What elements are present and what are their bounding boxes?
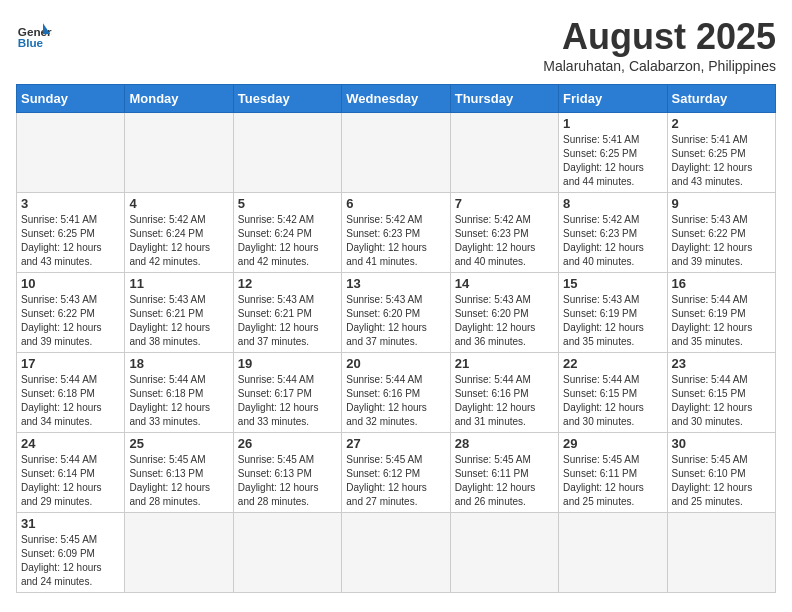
calendar-cell: 31Sunrise: 5:45 AM Sunset: 6:09 PM Dayli… [17,513,125,593]
calendar-cell: 5Sunrise: 5:42 AM Sunset: 6:24 PM Daylig… [233,193,341,273]
weekday-header-saturday: Saturday [667,85,775,113]
day-number: 17 [21,356,120,371]
day-number: 23 [672,356,771,371]
day-number: 20 [346,356,445,371]
day-number: 26 [238,436,337,451]
day-info: Sunrise: 5:42 AM Sunset: 6:23 PM Dayligh… [563,213,662,269]
title-area: August 2025 Malaruhatan, Calabarzon, Phi… [543,16,776,74]
calendar-cell: 7Sunrise: 5:42 AM Sunset: 6:23 PM Daylig… [450,193,558,273]
day-info: Sunrise: 5:44 AM Sunset: 6:15 PM Dayligh… [672,373,771,429]
day-number: 31 [21,516,120,531]
calendar-cell: 3Sunrise: 5:41 AM Sunset: 6:25 PM Daylig… [17,193,125,273]
day-info: Sunrise: 5:44 AM Sunset: 6:17 PM Dayligh… [238,373,337,429]
weekday-header-sunday: Sunday [17,85,125,113]
calendar-cell: 28Sunrise: 5:45 AM Sunset: 6:11 PM Dayli… [450,433,558,513]
day-number: 30 [672,436,771,451]
calendar-cell: 27Sunrise: 5:45 AM Sunset: 6:12 PM Dayli… [342,433,450,513]
calendar-cell: 26Sunrise: 5:45 AM Sunset: 6:13 PM Dayli… [233,433,341,513]
calendar-cell [17,113,125,193]
calendar-cell: 18Sunrise: 5:44 AM Sunset: 6:18 PM Dayli… [125,353,233,433]
svg-text:Blue: Blue [18,36,44,49]
calendar-cell: 11Sunrise: 5:43 AM Sunset: 6:21 PM Dayli… [125,273,233,353]
calendar-header-row: SundayMondayTuesdayWednesdayThursdayFrid… [17,85,776,113]
header: General Blue August 2025 Malaruhatan, Ca… [16,16,776,74]
calendar-week-row: 17Sunrise: 5:44 AM Sunset: 6:18 PM Dayli… [17,353,776,433]
day-info: Sunrise: 5:44 AM Sunset: 6:18 PM Dayligh… [129,373,228,429]
calendar-cell: 14Sunrise: 5:43 AM Sunset: 6:20 PM Dayli… [450,273,558,353]
day-number: 24 [21,436,120,451]
day-number: 3 [21,196,120,211]
day-info: Sunrise: 5:43 AM Sunset: 6:21 PM Dayligh… [129,293,228,349]
day-number: 19 [238,356,337,371]
day-number: 18 [129,356,228,371]
day-info: Sunrise: 5:45 AM Sunset: 6:12 PM Dayligh… [346,453,445,509]
day-number: 1 [563,116,662,131]
day-number: 7 [455,196,554,211]
day-info: Sunrise: 5:43 AM Sunset: 6:20 PM Dayligh… [455,293,554,349]
calendar-cell: 10Sunrise: 5:43 AM Sunset: 6:22 PM Dayli… [17,273,125,353]
day-number: 27 [346,436,445,451]
day-info: Sunrise: 5:45 AM Sunset: 6:13 PM Dayligh… [129,453,228,509]
day-number: 9 [672,196,771,211]
calendar-cell: 25Sunrise: 5:45 AM Sunset: 6:13 PM Dayli… [125,433,233,513]
day-number: 14 [455,276,554,291]
calendar-cell: 29Sunrise: 5:45 AM Sunset: 6:11 PM Dayli… [559,433,667,513]
day-number: 5 [238,196,337,211]
calendar-cell: 2Sunrise: 5:41 AM Sunset: 6:25 PM Daylig… [667,113,775,193]
calendar-cell: 8Sunrise: 5:42 AM Sunset: 6:23 PM Daylig… [559,193,667,273]
calendar-cell [667,513,775,593]
day-number: 2 [672,116,771,131]
calendar-week-row: 10Sunrise: 5:43 AM Sunset: 6:22 PM Dayli… [17,273,776,353]
calendar-week-row: 1Sunrise: 5:41 AM Sunset: 6:25 PM Daylig… [17,113,776,193]
calendar-title: August 2025 [543,16,776,58]
day-info: Sunrise: 5:45 AM Sunset: 6:10 PM Dayligh… [672,453,771,509]
calendar-cell: 15Sunrise: 5:43 AM Sunset: 6:19 PM Dayli… [559,273,667,353]
calendar-cell: 20Sunrise: 5:44 AM Sunset: 6:16 PM Dayli… [342,353,450,433]
calendar-cell [450,113,558,193]
day-info: Sunrise: 5:42 AM Sunset: 6:23 PM Dayligh… [346,213,445,269]
calendar-cell: 22Sunrise: 5:44 AM Sunset: 6:15 PM Dayli… [559,353,667,433]
day-number: 4 [129,196,228,211]
day-number: 12 [238,276,337,291]
day-info: Sunrise: 5:41 AM Sunset: 6:25 PM Dayligh… [563,133,662,189]
day-info: Sunrise: 5:43 AM Sunset: 6:21 PM Dayligh… [238,293,337,349]
day-info: Sunrise: 5:43 AM Sunset: 6:22 PM Dayligh… [21,293,120,349]
calendar-cell [559,513,667,593]
logo: General Blue [16,16,52,52]
day-number: 6 [346,196,445,211]
day-info: Sunrise: 5:42 AM Sunset: 6:24 PM Dayligh… [238,213,337,269]
day-number: 13 [346,276,445,291]
day-number: 29 [563,436,662,451]
day-info: Sunrise: 5:44 AM Sunset: 6:16 PM Dayligh… [455,373,554,429]
calendar-week-row: 24Sunrise: 5:44 AM Sunset: 6:14 PM Dayli… [17,433,776,513]
day-info: Sunrise: 5:44 AM Sunset: 6:16 PM Dayligh… [346,373,445,429]
weekday-header-tuesday: Tuesday [233,85,341,113]
day-number: 10 [21,276,120,291]
day-info: Sunrise: 5:42 AM Sunset: 6:24 PM Dayligh… [129,213,228,269]
day-number: 11 [129,276,228,291]
logo-icon: General Blue [16,16,52,52]
calendar-cell: 23Sunrise: 5:44 AM Sunset: 6:15 PM Dayli… [667,353,775,433]
day-info: Sunrise: 5:44 AM Sunset: 6:14 PM Dayligh… [21,453,120,509]
calendar-cell [125,113,233,193]
calendar-cell: 19Sunrise: 5:44 AM Sunset: 6:17 PM Dayli… [233,353,341,433]
calendar-cell: 6Sunrise: 5:42 AM Sunset: 6:23 PM Daylig… [342,193,450,273]
calendar-cell [125,513,233,593]
calendar-body: 1Sunrise: 5:41 AM Sunset: 6:25 PM Daylig… [17,113,776,593]
calendar-cell: 16Sunrise: 5:44 AM Sunset: 6:19 PM Dayli… [667,273,775,353]
calendar-cell [233,113,341,193]
calendar-cell [233,513,341,593]
calendar-cell: 24Sunrise: 5:44 AM Sunset: 6:14 PM Dayli… [17,433,125,513]
day-info: Sunrise: 5:45 AM Sunset: 6:09 PM Dayligh… [21,533,120,589]
day-info: Sunrise: 5:43 AM Sunset: 6:22 PM Dayligh… [672,213,771,269]
weekday-header-wednesday: Wednesday [342,85,450,113]
calendar-cell: 13Sunrise: 5:43 AM Sunset: 6:20 PM Dayli… [342,273,450,353]
calendar-cell: 4Sunrise: 5:42 AM Sunset: 6:24 PM Daylig… [125,193,233,273]
calendar-cell [342,113,450,193]
day-info: Sunrise: 5:44 AM Sunset: 6:18 PM Dayligh… [21,373,120,429]
calendar-cell [342,513,450,593]
calendar-week-row: 3Sunrise: 5:41 AM Sunset: 6:25 PM Daylig… [17,193,776,273]
day-number: 8 [563,196,662,211]
calendar-cell: 30Sunrise: 5:45 AM Sunset: 6:10 PM Dayli… [667,433,775,513]
day-info: Sunrise: 5:45 AM Sunset: 6:11 PM Dayligh… [455,453,554,509]
